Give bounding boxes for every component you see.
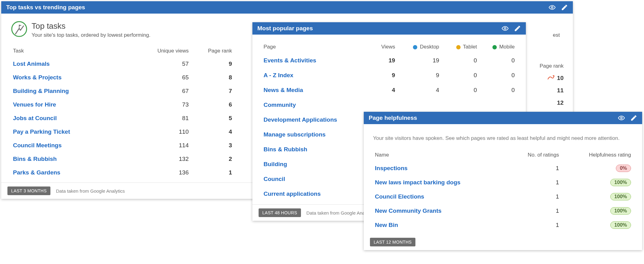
task-cell: Council Meetings (11, 139, 141, 152)
views-cell: 110 (141, 125, 191, 139)
page-cell: A - Z Index (262, 68, 366, 83)
views-cell: 19 (366, 53, 397, 68)
panel-title: Top tasks vs trending pages (6, 4, 543, 11)
page-cell: Building (262, 157, 366, 172)
name-cell: New Bin (373, 218, 508, 232)
page-link[interactable]: Inspections (375, 165, 408, 171)
page-cell: Development Applications (262, 112, 366, 127)
table-row: Pay a Parking Ticket1104 (11, 125, 234, 139)
col-page-rank: Page rank (191, 45, 234, 57)
helpfulness-cell: 100% (561, 218, 633, 232)
table-row: Council Elections1100% (373, 190, 633, 204)
table-row: New Bin1100% (373, 218, 633, 232)
desktop-cell (397, 98, 441, 112)
mobile-cell (479, 98, 517, 112)
task-link[interactable]: Venues for Hire (13, 101, 56, 108)
mobile-dot-icon (492, 45, 497, 49)
pencil-icon[interactable] (630, 115, 637, 121)
helpfulness-table: Name No. of ratings Helpfulness rating I… (373, 149, 633, 232)
task-link[interactable]: Jobs at Council (13, 115, 57, 121)
desktop-dot-icon (413, 45, 417, 49)
col-ratings: No. of ratings (508, 149, 561, 161)
rank-cell: 6 (191, 98, 234, 111)
page-link[interactable]: Council (264, 176, 285, 182)
range-pill[interactable]: LAST 48 HOURS (259, 208, 301, 217)
views-cell: 132 (141, 152, 191, 166)
ratings-cell: 1 (508, 218, 561, 232)
page-link[interactable]: New Community Grants (375, 207, 441, 214)
page-link[interactable]: Building (264, 161, 287, 167)
panel-body: Your site visitors have spoken. See whic… (364, 124, 642, 234)
rank-cell: 8 (191, 71, 234, 84)
trend-up-icon (547, 75, 555, 82)
page-link[interactable]: News & Media (264, 87, 303, 93)
page-link[interactable]: Development Applications (264, 116, 337, 123)
legend-mobile: Mobile (499, 44, 515, 50)
table-row: Jobs at Council815 (11, 111, 234, 125)
pencil-icon[interactable] (514, 25, 521, 32)
rank-cell: 5 (191, 111, 234, 125)
helpfulness-cell: 100% (561, 190, 633, 204)
views-cell (366, 98, 397, 112)
eye-icon[interactable] (549, 4, 556, 11)
range-pill[interactable]: LAST 3 MONTHS (7, 186, 50, 195)
sub-heading: Top tasks (32, 21, 150, 31)
footer-note: Data taken from Google Analy (307, 210, 368, 216)
helpfulness-cell: 100% (561, 204, 633, 218)
name-cell: Council Elections (373, 190, 508, 204)
task-link[interactable]: Parks & Gardens (13, 169, 60, 176)
views-cell: 73 (141, 98, 191, 111)
flag-badge-icon (11, 21, 27, 39)
tablet-cell: 0 (441, 53, 479, 68)
rank-cell: 2 (191, 152, 234, 166)
mobile-cell: 0 (479, 83, 517, 98)
task-cell: Jobs at Council (11, 111, 141, 125)
task-link[interactable]: Works & Projects (13, 74, 62, 81)
task-link[interactable]: Lost Animals (13, 61, 50, 67)
page-link[interactable]: Council Elections (375, 193, 424, 200)
task-cell: Parks & Gardens (11, 166, 141, 179)
task-cell: Building & Planning (11, 84, 141, 98)
table-row: New laws impact barking dogs1100% (373, 175, 633, 190)
page-cell: Community (262, 98, 366, 112)
helpfulness-badge: 100% (610, 193, 631, 200)
page-link[interactable]: Events & Activities (264, 57, 316, 64)
panel-header: Page helpfulness (364, 112, 642, 124)
table-row: Lost Animals579 (11, 57, 234, 71)
name-cell: Inspections (373, 161, 508, 175)
page-link[interactable]: A - Z Index (264, 72, 293, 78)
page-link[interactable]: Current applications (264, 191, 321, 197)
page-link[interactable]: New Bin (375, 222, 398, 228)
pencil-icon[interactable] (561, 4, 568, 11)
helpfulness-badge: 0% (616, 165, 631, 172)
ratings-cell: 1 (508, 161, 561, 175)
task-link[interactable]: Council Meetings (13, 142, 62, 149)
col-name: Name (373, 149, 508, 161)
top-tasks-table: Task Unique views Page rank Lost Animals… (11, 45, 234, 179)
page-link[interactable]: New laws impact barking dogs (375, 179, 461, 186)
task-cell: Pay a Parking Ticket (11, 125, 141, 139)
helpfulness-badge: 100% (610, 179, 631, 186)
eye-icon[interactable] (502, 25, 509, 32)
range-pill[interactable]: LAST 12 MONTHS (370, 238, 415, 246)
page-link[interactable]: Manage subscriptions (264, 131, 326, 138)
task-link[interactable]: Building & Planning (13, 88, 69, 94)
table-row: Community (262, 98, 517, 112)
desktop-cell: 9 (397, 68, 441, 83)
table-row: Council Meetings1143 (11, 139, 234, 152)
ratings-cell: 1 (508, 204, 561, 218)
page-cell: Council (262, 172, 366, 186)
page-helpfulness-panel: Page helpfulness Your site visitors have… (364, 112, 642, 250)
col-helpfulness: Helpfulness rating (561, 149, 633, 161)
task-cell: Works & Projects (11, 71, 141, 84)
page-link[interactable]: Bins & Rubbish (264, 146, 307, 153)
views-cell: 81 (141, 111, 191, 125)
tablet-cell: 0 (441, 68, 479, 83)
page-link[interactable]: Community (264, 102, 296, 108)
col-views: Views (366, 41, 397, 53)
right-rank-header: Page rank (540, 63, 564, 69)
task-link[interactable]: Pay a Parking Ticket (13, 128, 70, 135)
eye-icon[interactable] (618, 115, 625, 121)
task-link[interactable]: Bins & Rubbish (13, 156, 57, 162)
rank-cell: 7 (191, 84, 234, 98)
